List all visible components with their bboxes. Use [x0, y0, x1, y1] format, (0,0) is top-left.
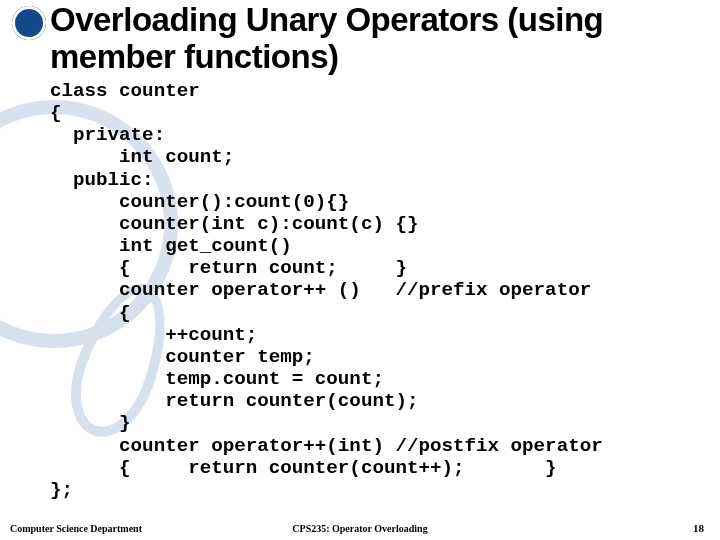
- slide-title: Overloading Unary Operators (using membe…: [50, 2, 696, 76]
- footer-center: CPS235: Operator Overloading: [292, 523, 427, 534]
- slide-content: Overloading Unary Operators (using membe…: [0, 0, 720, 540]
- crest-icon: [12, 6, 46, 40]
- code-block: class counter { private: int count; publ…: [50, 80, 696, 501]
- footer-page-number: 18: [693, 522, 704, 534]
- footer-left: Computer Science Department: [10, 523, 142, 534]
- slide-footer: Computer Science Department CPS235: Oper…: [0, 522, 720, 534]
